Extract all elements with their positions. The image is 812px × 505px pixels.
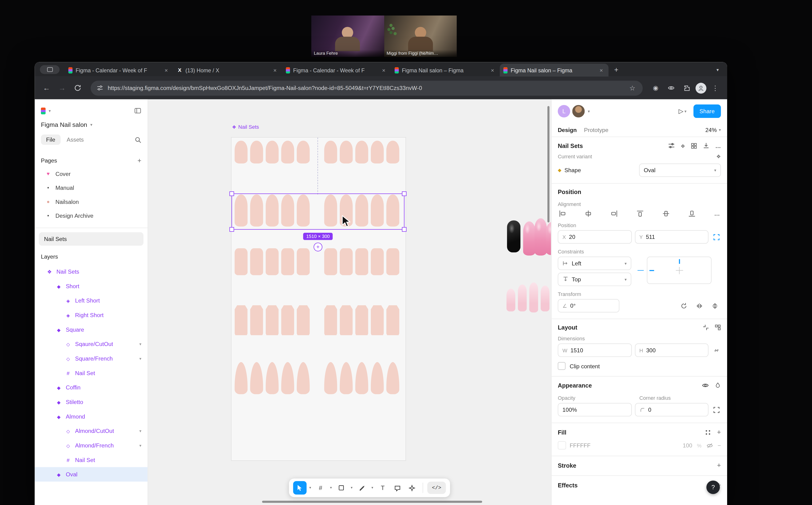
- eye-extension-icon[interactable]: [665, 81, 678, 95]
- tab-design[interactable]: Design: [558, 127, 577, 133]
- component-icon[interactable]: [681, 143, 685, 149]
- page-item[interactable]: ▪ Manual: [35, 181, 148, 194]
- selection-handle[interactable]: [230, 191, 234, 196]
- align-top-icon[interactable]: [636, 210, 644, 217]
- frame-tool[interactable]: #: [314, 481, 327, 494]
- vertical-constraint-select[interactable]: Top: [558, 273, 631, 286]
- selection-handle[interactable]: [402, 191, 407, 196]
- clip-content-checkbox[interactable]: [558, 362, 566, 370]
- layer-row[interactable]: Short: [35, 279, 148, 293]
- remove-fill-icon[interactable]: [717, 442, 721, 449]
- layer-row[interactable]: Square: [35, 322, 148, 337]
- share-button[interactable]: Share: [693, 105, 721, 118]
- top-constraint-tick[interactable]: [679, 259, 680, 264]
- tab-assets[interactable]: Assets: [62, 135, 89, 145]
- nail-group[interactable]: [324, 305, 399, 335]
- extensions-puzzle-icon[interactable]: [680, 81, 693, 95]
- move-tool-chevron-icon[interactable]: [308, 486, 313, 490]
- nail-group[interactable]: [235, 248, 310, 275]
- tab-close-icon[interactable]: [271, 66, 279, 74]
- layer-row[interactable]: Almond: [35, 409, 148, 424]
- nail-set-row[interactable]: [235, 305, 399, 335]
- eye-icon[interactable]: [702, 382, 709, 389]
- fill-opacity-value[interactable]: 100: [683, 442, 692, 449]
- pen-tool[interactable]: [355, 481, 369, 494]
- present-button[interactable]: [679, 108, 687, 115]
- search-icon[interactable]: [135, 136, 141, 143]
- independent-corners-icon[interactable]: [712, 406, 721, 413]
- grid-icon[interactable]: [691, 143, 697, 149]
- clip-content-row[interactable]: Clip content: [558, 362, 721, 370]
- horizontal-scrollbar[interactable]: [262, 501, 482, 503]
- nail-set-row[interactable]: [235, 248, 399, 275]
- selection-handle[interactable]: [402, 227, 407, 232]
- browser-menu-icon[interactable]: [708, 81, 722, 95]
- new-tab-button[interactable]: [611, 64, 622, 75]
- corner-radius-input[interactable]: 0: [635, 403, 708, 416]
- browser-tab[interactable]: Figma - Calendar - Week of F: [282, 64, 391, 76]
- flip-horizontal-icon[interactable]: [693, 300, 705, 312]
- forward-button[interactable]: [55, 81, 69, 95]
- record-icon[interactable]: [649, 81, 662, 95]
- layer-row[interactable]: Coffin: [35, 380, 148, 395]
- file-name[interactable]: Figma Nail salon: [41, 121, 87, 128]
- variant-value-select[interactable]: Oval: [639, 163, 721, 177]
- layer-row[interactable]: Oval: [35, 467, 148, 482]
- video-tile[interactable]: Laura Fehre: [311, 15, 384, 57]
- fill-color-swatch[interactable]: [558, 441, 566, 450]
- bookmark-star-icon[interactable]: [628, 84, 636, 92]
- frame-tool-chevron-icon[interactable]: [328, 486, 333, 490]
- add-fill-icon[interactable]: [717, 429, 721, 436]
- fill-row[interactable]: FFFFFF 100 %: [558, 441, 721, 450]
- x-position-input[interactable]: X 20: [558, 230, 631, 243]
- chevron-down-icon[interactable]: [588, 109, 590, 114]
- more-alignment-icon[interactable]: [714, 210, 720, 216]
- browser-tab[interactable]: Figma Nail salon – Figma: [391, 64, 500, 76]
- styles-icon[interactable]: [705, 429, 711, 435]
- dev-mode-toggle[interactable]: </>: [427, 482, 446, 494]
- window-controls[interactable]: [40, 65, 60, 74]
- layer-row[interactable]: Right Short: [35, 308, 148, 322]
- layer-row[interactable]: Almond/CutOut: [35, 424, 148, 438]
- current-page-item[interactable]: Nail Sets: [39, 232, 143, 246]
- pen-tool-chevron-icon[interactable]: [370, 486, 375, 490]
- tab-strip-chevron-icon[interactable]: [716, 67, 724, 72]
- chevron-down-icon[interactable]: [139, 443, 141, 448]
- tab-close-icon[interactable]: [597, 66, 605, 74]
- nail-group[interactable]: [324, 248, 399, 275]
- shape-tool[interactable]: [335, 481, 348, 494]
- avatar[interactable]: [572, 105, 585, 118]
- constraints-widget[interactable]: [637, 257, 721, 284]
- height-input[interactable]: H 300: [635, 343, 708, 357]
- shape-tool-chevron-icon[interactable]: [349, 486, 354, 490]
- opacity-input[interactable]: 100%: [558, 403, 631, 416]
- add-stroke-icon[interactable]: [717, 461, 721, 469]
- zoom-control[interactable]: 24%: [705, 127, 721, 133]
- add-variant-button[interactable]: [314, 242, 322, 251]
- actions-tool[interactable]: [405, 481, 418, 494]
- figma-menu-icon[interactable]: [41, 107, 45, 114]
- chevron-down-icon[interactable]: [139, 356, 141, 361]
- tune-icon[interactable]: [668, 142, 675, 149]
- layer-row[interactable]: Nail Sets: [35, 264, 148, 279]
- layer-row[interactable]: Square/French: [35, 351, 148, 366]
- fill-hex-value[interactable]: FFFFFF: [570, 442, 591, 449]
- avatar[interactable]: L: [558, 105, 570, 118]
- text-tool[interactable]: T: [376, 481, 389, 494]
- nail-group[interactable]: [235, 362, 310, 394]
- tab-close-icon[interactable]: [489, 66, 496, 74]
- vertical-scrollbar[interactable]: [548, 106, 550, 222]
- align-horizontal-center-icon[interactable]: [585, 210, 592, 217]
- page-item[interactable]: ● Nailsalon: [35, 194, 148, 208]
- nail-group[interactable]: [324, 141, 399, 163]
- left-constraint-tick[interactable]: [650, 270, 654, 271]
- selection-handle[interactable]: [230, 227, 234, 232]
- browser-tab[interactable]: (13) Home / X: [173, 64, 282, 76]
- blend-mode-icon[interactable]: [715, 382, 721, 388]
- flip-vertical-icon[interactable]: [708, 300, 721, 312]
- comment-tool[interactable]: [390, 481, 404, 494]
- nail-group[interactable]: [324, 362, 399, 394]
- align-right-icon[interactable]: [611, 210, 618, 217]
- layer-row[interactable]: Stiletto: [35, 394, 148, 409]
- help-button[interactable]: ?: [706, 481, 720, 494]
